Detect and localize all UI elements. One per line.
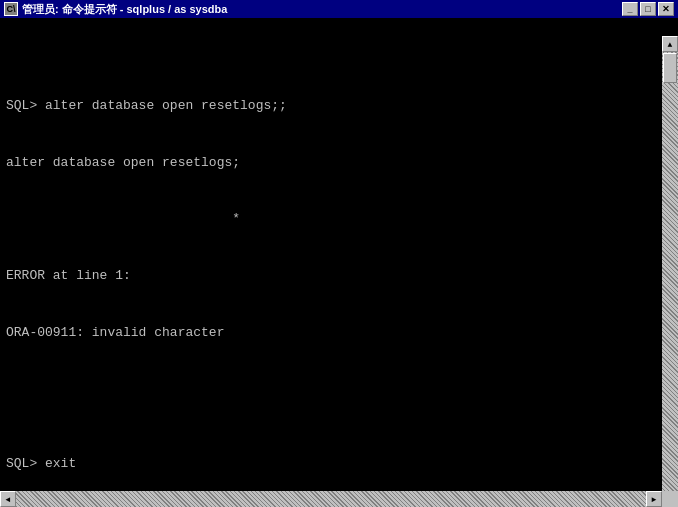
terminal-line-8: SQL> exit bbox=[6, 455, 656, 474]
terminal-line-2: alter database open resetlogs; bbox=[6, 154, 656, 173]
terminal-outer: SQL> alter database open resetlogs;; alt… bbox=[0, 18, 678, 507]
title-bar: C\ 管理员: 命令提示符 - sqlplus / as sysdba _ □ … bbox=[0, 0, 678, 18]
terminal-line-5: ORA-00911: invalid character bbox=[6, 324, 656, 343]
hscroll-track[interactable] bbox=[16, 491, 646, 507]
maximize-button[interactable]: □ bbox=[640, 2, 656, 16]
window-icon: C\ bbox=[4, 2, 18, 16]
terminal-line-3: * bbox=[6, 210, 656, 229]
title-bar-buttons: _ □ ✕ bbox=[622, 2, 674, 16]
scroll-thumb[interactable] bbox=[663, 53, 677, 83]
vertical-scrollbar[interactable]: ▲ ▼ bbox=[662, 36, 678, 507]
scroll-up-button[interactable]: ▲ bbox=[662, 36, 678, 52]
scroll-right-button[interactable]: ► bbox=[646, 491, 662, 507]
scroll-track[interactable] bbox=[662, 52, 678, 493]
scroll-left-button[interactable]: ◄ bbox=[0, 491, 16, 507]
scrollbar-corner bbox=[662, 491, 678, 507]
terminal-line-1: SQL> alter database open resetlogs;; bbox=[6, 97, 656, 116]
close-button[interactable]: ✕ bbox=[658, 2, 674, 16]
terminal-content[interactable]: SQL> alter database open resetlogs;; alt… bbox=[0, 18, 662, 507]
horizontal-scrollbar[interactable]: ◄ ► bbox=[0, 491, 662, 507]
window: C\ 管理员: 命令提示符 - sqlplus / as sysdba _ □ … bbox=[0, 0, 678, 507]
terminal-line-4: ERROR at line 1: bbox=[6, 267, 656, 286]
title-bar-left: C\ 管理员: 命令提示符 - sqlplus / as sysdba bbox=[4, 2, 227, 17]
minimize-button[interactable]: _ bbox=[622, 2, 638, 16]
window-title: 管理员: 命令提示符 - sqlplus / as sysdba bbox=[22, 2, 227, 17]
